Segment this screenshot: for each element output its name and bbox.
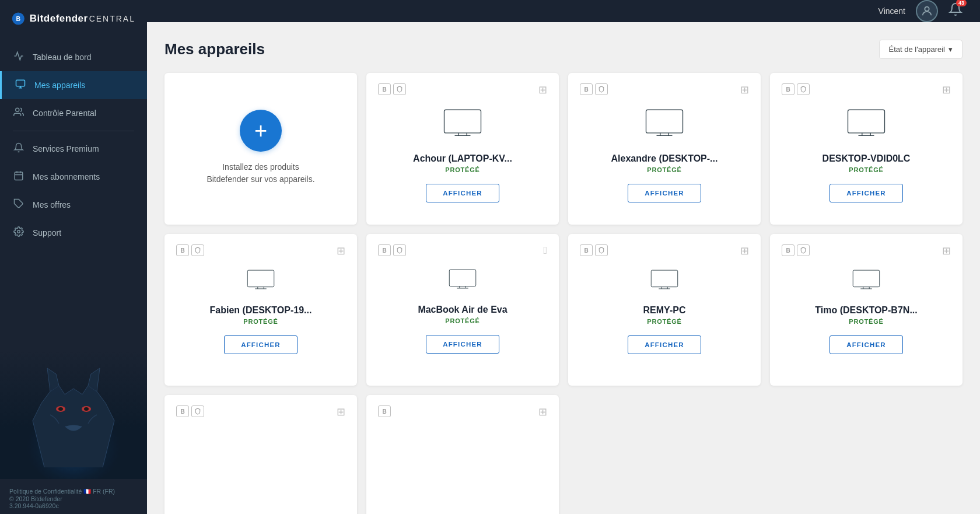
- svg-rect-30: [247, 270, 274, 287]
- card-badges: B ⊞: [782, 244, 951, 257]
- sidebar-item-controle-parental[interactable]: Contrôle Parental: [0, 99, 147, 127]
- device-card-4: B  MacBook Air de Eva: [366, 234, 559, 386]
- bitdefender-badge: B: [782, 244, 794, 256]
- windows-icon: ⊞: [538, 83, 547, 96]
- sidebar-item-label: Mes appareils: [34, 81, 85, 90]
- sidebar-item-mes-appareils[interactable]: Mes appareils: [0, 71, 147, 99]
- device-card-5: B ⊞ REMY-PC PROTÉGÉ: [568, 234, 761, 386]
- shield-badge: [595, 244, 608, 256]
- sidebar-item-mes-offres[interactable]: Mes offres: [0, 191, 147, 219]
- afficher-button-2[interactable]: AFFICHER: [830, 184, 903, 202]
- windows-icon: ⊞: [538, 405, 547, 418]
- sidebar: B BitdefenderCENTRAL Tableau de bord Mes…: [0, 0, 147, 514]
- chevron-down-icon: ▾: [949, 45, 953, 54]
- privacy-link[interactable]: Politique de Confidentialité: [9, 488, 82, 495]
- sidebar-item-label: Services Premium: [33, 144, 99, 153]
- device-status-filter[interactable]: État de l'appareil ▾: [879, 40, 963, 59]
- svg-rect-6: [15, 172, 23, 180]
- sidebar-item-label: Tableau de bord: [33, 53, 91, 62]
- main-content: Vincent 43 Mes appareils État de l'appar…: [147, 0, 980, 514]
- bitdefender-badge: B: [580, 244, 593, 256]
- device-status: PROTÉGÉ: [647, 318, 681, 325]
- device-card-3: B ⊞ Fabien (DESKTOP-19...: [164, 234, 357, 386]
- card-badges: B : [378, 244, 547, 257]
- device-card-0: B ⊞ Achour (LAPTOP-KV...: [366, 73, 559, 225]
- page-title: Mes appareils: [164, 40, 265, 58]
- device-status: PROTÉGÉ: [849, 166, 883, 173]
- windows-icon: ⊞: [740, 244, 749, 257]
- device-monitor-icon: [246, 268, 276, 296]
- filter-label: État de l'appareil: [889, 45, 945, 54]
- shield-badge: [595, 83, 608, 95]
- sidebar-item-label: Mes offres: [33, 200, 71, 209]
- device-name: Fabien (DESKTOP-19...: [210, 305, 312, 316]
- brand-name: BitdefenderCENTRAL: [30, 13, 135, 25]
- card-badges: B ⊞: [580, 244, 749, 257]
- calendar-icon: [13, 170, 24, 183]
- svg-rect-22: [646, 110, 683, 133]
- sidebar-item-support[interactable]: Support: [0, 219, 147, 247]
- afficher-button-4[interactable]: AFFICHER: [426, 335, 499, 354]
- logo: B BitdefenderCENTRAL: [0, 0, 147, 37]
- windows-icon: ⊞: [942, 83, 951, 96]
- version-text: 3.20.944-0a6920c: [9, 502, 138, 509]
- username-label: Vincent: [878, 6, 905, 16]
- card-badges: B ⊞: [176, 405, 345, 418]
- device-card-2: B ⊞ DESKTOP-VDID0LC P: [770, 73, 963, 225]
- sidebar-item-tableau-de-bord[interactable]: Tableau de bord: [0, 43, 147, 71]
- device-monitor-icon: [851, 268, 881, 296]
- sidebar-footer: Politique de Confidentialité 🇫🇷 FR (FR) …: [0, 482, 147, 514]
- bell-icon: [13, 142, 24, 155]
- device-name: Achour (LAPTOP-KV...: [413, 153, 512, 164]
- add-device-button[interactable]: +: [240, 110, 282, 152]
- device-name: Timo (DESKTOP-B7N...: [815, 305, 917, 316]
- device-status: PROTÉGÉ: [445, 166, 480, 173]
- afficher-button-6[interactable]: AFFICHER: [830, 335, 903, 354]
- device-monitor-icon: [442, 107, 484, 144]
- svg-rect-42: [853, 270, 880, 287]
- device-monitor-icon: [649, 268, 680, 296]
- device-name: REMY-PC: [643, 305, 686, 316]
- sidebar-item-services-premium[interactable]: Services Premium: [0, 135, 147, 163]
- device-monitor-icon: [447, 267, 478, 295]
- bitdefender-badge: B: [378, 405, 391, 417]
- device-status: PROTÉGÉ: [445, 317, 480, 324]
- device-card-7: B ⊞: [164, 395, 357, 514]
- bitdefender-badge: B: [176, 405, 189, 417]
- add-card-text: Installez des produits Bitdefender sur v…: [206, 161, 314, 186]
- device-status: PROTÉGÉ: [849, 318, 883, 325]
- chart-icon: [13, 51, 24, 64]
- sidebar-item-label: Support: [33, 228, 61, 237]
- shield-badge: [797, 244, 810, 256]
- windows-icon: ⊞: [740, 83, 749, 96]
- windows-icon: ⊞: [337, 405, 345, 418]
- card-badges: B ⊞: [580, 83, 749, 96]
- avatar[interactable]: [916, 0, 938, 22]
- gear-icon: [13, 226, 24, 239]
- card-badges: B ⊞: [176, 244, 345, 257]
- card-badges: B ⊞: [378, 83, 547, 96]
- card-badges: B ⊞: [782, 83, 951, 96]
- wolf-illustration: [0, 351, 147, 479]
- afficher-button-0[interactable]: AFFICHER: [426, 184, 499, 202]
- apple-icon: : [543, 244, 547, 257]
- device-monitor-icon: [845, 107, 887, 144]
- shield-badge: [393, 244, 406, 256]
- notifications-bell[interactable]: 43: [949, 2, 963, 20]
- card-badges: B ⊞: [378, 405, 547, 418]
- afficher-button-5[interactable]: AFFICHER: [628, 335, 701, 354]
- svg-point-5: [16, 108, 19, 111]
- device-card-8: B ⊞: [366, 395, 559, 514]
- shield-badge: [191, 244, 204, 256]
- shield-badge: [191, 405, 204, 417]
- language-label: FR (FR): [93, 488, 115, 495]
- afficher-button-1[interactable]: AFFICHER: [628, 184, 701, 202]
- afficher-button-3[interactable]: AFFICHER: [224, 335, 298, 354]
- svg-rect-2: [16, 80, 25, 86]
- sidebar-item-mes-abonnements[interactable]: Mes abonnements: [0, 163, 147, 191]
- svg-rect-26: [848, 110, 885, 133]
- bitdefender-badge: B: [378, 83, 391, 95]
- device-grid: + Installez des produits Bitdefender sur…: [164, 73, 963, 225]
- svg-rect-18: [444, 110, 481, 133]
- page-content: Mes appareils État de l'appareil ▾ + Ins…: [147, 22, 980, 514]
